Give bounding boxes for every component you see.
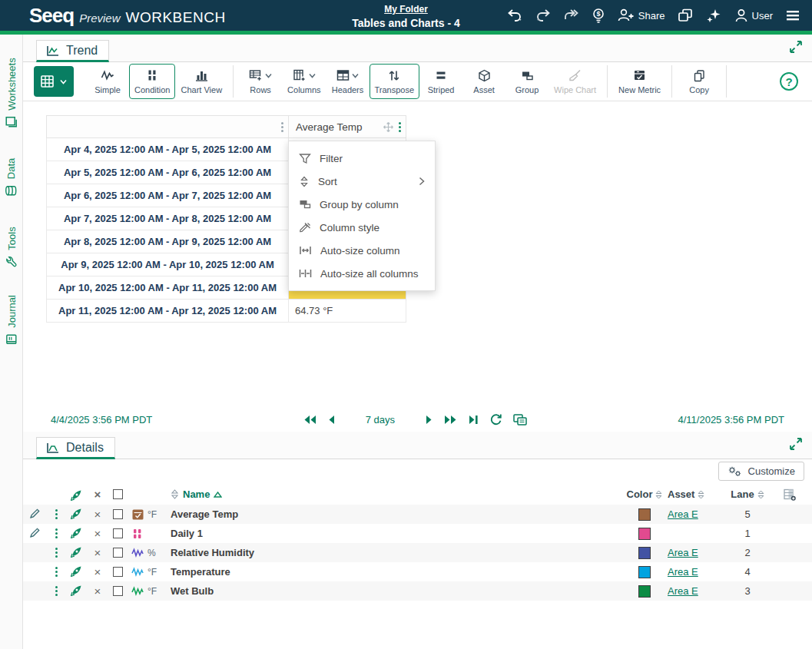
main-menu-button[interactable]: [784, 8, 801, 23]
remove-item-button[interactable]: ×: [88, 546, 108, 559]
edit-item-button[interactable]: [29, 527, 41, 541]
item-color-swatch[interactable]: [638, 547, 651, 559]
item-name[interactable]: Relative Humidity: [171, 547, 254, 558]
capsule-date-cell[interactable]: Apr 11, 2025 12:00 AM - Apr 12, 2025 12:…: [46, 300, 288, 323]
remove-item-button[interactable]: ×: [88, 527, 108, 540]
item-menu-icon[interactable]: [55, 509, 58, 519]
toolbar-button-simple[interactable]: Simple: [86, 64, 129, 99]
item-name[interactable]: Wet Bulb: [171, 585, 214, 597]
date-column-menu-icon[interactable]: [281, 122, 283, 132]
select-all-checkbox[interactable]: [113, 489, 123, 499]
toolbar-button-asset[interactable]: Asset: [462, 64, 505, 99]
select-item-checkbox[interactable]: [113, 567, 123, 577]
item-color-swatch[interactable]: [638, 566, 651, 578]
worksheets-panel-button[interactable]: [677, 8, 694, 23]
menu-item-column-style[interactable]: Column style: [289, 216, 435, 239]
select-item-checkbox[interactable]: [113, 586, 123, 596]
propagate-item-button[interactable]: [71, 545, 83, 560]
ai-assistant-button[interactable]: [705, 8, 722, 23]
capsule-date-cell[interactable]: Apr 6, 2025 12:00 AM - Apr 7, 2025 12:00…: [46, 184, 288, 207]
value-column-menu-icon[interactable]: [399, 122, 401, 132]
propagate-item-button[interactable]: [71, 526, 83, 541]
item-asset-link[interactable]: Area E: [668, 585, 698, 597]
table-view-selector-button[interactable]: [34, 66, 74, 97]
capsule-date-cell[interactable]: Apr 5, 2025 12:00 AM - Apr 6, 2025 12:00…: [46, 161, 288, 184]
item-asset-link[interactable]: Area E: [668, 547, 698, 558]
sort-toggle-icon[interactable]: [698, 490, 704, 499]
toolbar-button-copy[interactable]: Copy: [678, 64, 721, 99]
edit-item-button[interactable]: [29, 508, 41, 522]
details-column-asset[interactable]: Asset: [668, 488, 694, 500]
range-start-timestamp[interactable]: 4/4/2025 3:56 PM PDT: [51, 414, 152, 425]
capsule-date-cell[interactable]: Apr 4, 2025 12:00 AM - Apr 5, 2025 12:00…: [46, 138, 288, 161]
item-name[interactable]: Temperature: [171, 566, 230, 578]
item-color-swatch[interactable]: [638, 585, 651, 598]
step-forward-full-button[interactable]: [443, 414, 458, 425]
value-column-header[interactable]: Average Temp: [288, 115, 406, 138]
select-item-checkbox[interactable]: [113, 528, 123, 538]
remove-all-button[interactable]: ×: [88, 488, 108, 501]
redo-button[interactable]: [535, 8, 552, 23]
step-back-full-button[interactable]: [303, 414, 317, 425]
item-menu-icon[interactable]: [55, 586, 58, 596]
step-forward-half-button[interactable]: [425, 414, 433, 425]
item-menu-icon[interactable]: [55, 567, 58, 577]
propagate-item-button[interactable]: [71, 507, 83, 522]
capsule-date-cell[interactable]: Apr 8, 2025 12:00 AM - Apr 9, 2025 12:00…: [46, 230, 288, 253]
item-asset-link[interactable]: Area E: [668, 566, 698, 578]
toolbar-button-headers[interactable]: Headers: [326, 64, 370, 99]
toolbar-button-chart-view[interactable]: Chart View: [175, 64, 227, 99]
remove-item-button[interactable]: ×: [88, 565, 108, 578]
select-item-checkbox[interactable]: [113, 548, 123, 558]
duration-label[interactable]: 7 days: [366, 414, 395, 425]
select-item-checkbox[interactable]: [113, 509, 123, 519]
menu-item-auto-size-all-columns[interactable]: Auto-size all columns: [289, 262, 435, 285]
item-color-swatch[interactable]: [638, 508, 651, 521]
toolbar-button-condition[interactable]: Condition: [129, 64, 175, 99]
upgrade-button[interactable]: $: [592, 8, 605, 24]
sort-toggle-icon[interactable]: [757, 490, 764, 499]
tab-details[interactable]: Details: [36, 437, 115, 459]
sort-toggle-icon[interactable]: [171, 489, 179, 499]
tab-trend[interactable]: Trend: [36, 40, 109, 62]
range-end-timestamp[interactable]: 4/11/2025 3:56 PM PDT: [678, 414, 784, 425]
details-column-color[interactable]: Color: [627, 488, 653, 500]
breadcrumb-my-folder[interactable]: My Folder: [384, 4, 428, 15]
capsule-date-cell[interactable]: Apr 7, 2025 12:00 AM - Apr 8, 2025 12:00…: [46, 207, 288, 230]
details-column-name[interactable]: Name: [183, 488, 210, 500]
date-column-header[interactable]: [46, 115, 288, 138]
menu-item-auto-size-column[interactable]: Auto-size column: [289, 239, 435, 262]
toolbar-button-striped[interactable]: Striped: [419, 64, 462, 99]
toolbar-button-rows[interactable]: Rows: [239, 64, 282, 99]
menu-item-filter[interactable]: Filter: [289, 147, 435, 170]
toolbar-button-columns[interactable]: Columns: [282, 64, 326, 99]
item-name[interactable]: Average Temp: [171, 508, 238, 520]
item-name[interactable]: Daily 1: [171, 528, 203, 539]
copy-time-range-button[interactable]: [512, 413, 528, 425]
menu-item-sort[interactable]: Sort: [289, 170, 435, 193]
refresh-button[interactable]: [489, 413, 502, 425]
capsule-value-cell[interactable]: 64.73 °F: [288, 300, 406, 323]
details-expand-button[interactable]: [789, 437, 803, 454]
details-column-lane[interactable]: Lane: [731, 488, 754, 500]
toolbar-button-new-metric[interactable]: New Metric: [613, 64, 666, 99]
move-column-icon[interactable]: [383, 121, 394, 133]
trend-expand-button[interactable]: [789, 40, 803, 57]
share-forward-button[interactable]: [563, 8, 580, 23]
share-button[interactable]: Share: [617, 8, 665, 23]
toolbar-button-group[interactable]: Group: [505, 64, 549, 99]
add-column-button[interactable]: [767, 488, 812, 501]
customize-button[interactable]: Customize: [718, 462, 804, 481]
propagate-all-button[interactable]: [66, 488, 88, 501]
toolbar-button-wipe-chart[interactable]: Wipe Chart: [549, 64, 602, 99]
propagate-item-button[interactable]: [71, 584, 83, 598]
item-menu-icon[interactable]: [55, 528, 58, 538]
capsule-date-cell[interactable]: Apr 9, 2025 12:00 AM - Apr 10, 2025 12:0…: [46, 253, 288, 276]
remove-item-button[interactable]: ×: [88, 508, 108, 521]
undo-button[interactable]: [506, 8, 523, 23]
user-menu-button[interactable]: User: [734, 8, 773, 23]
help-button[interactable]: ?: [780, 72, 798, 91]
capsule-date-cell[interactable]: Apr 10, 2025 12:00 AM - Apr 11, 2025 12:…: [46, 276, 288, 300]
step-back-half-button[interactable]: [327, 414, 336, 425]
item-color-swatch[interactable]: [638, 528, 651, 540]
